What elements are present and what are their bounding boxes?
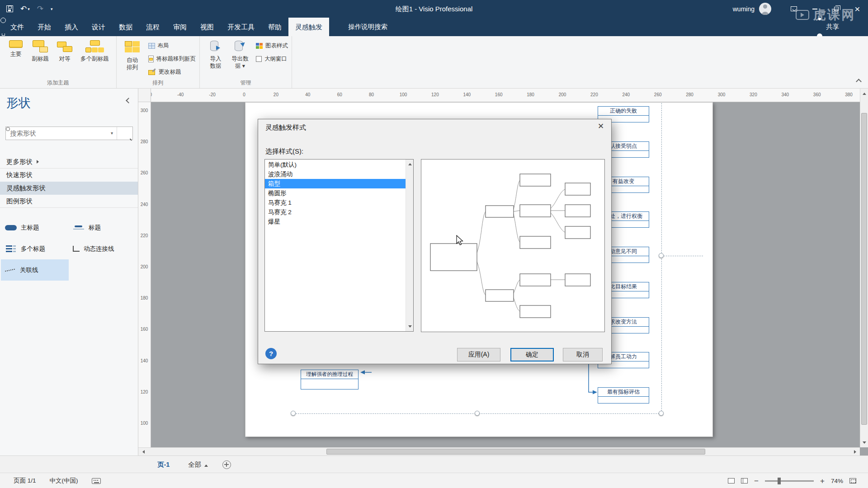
style-option-马赛克 1[interactable]: 马赛克 1 [265,198,406,207]
ribbon-tab-审阅[interactable]: 审阅 [166,18,193,36]
ribbon-tab-文件[interactable]: 文件 [4,18,31,36]
dialog-close-button[interactable]: ✕ [590,119,611,133]
ribbon-display-options-button[interactable] [783,0,804,18]
ribbon-tab-帮助[interactable]: 帮助 [261,18,288,36]
selection-handle[interactable] [475,411,480,416]
page-tab[interactable]: 页-1 [157,456,170,473]
scroll-left-icon[interactable] [138,448,146,455]
ribbon-button[interactable]: 多个副标题 [77,36,113,78]
ribbon-button[interactable]: 主要 [4,36,28,78]
ruler-label: 200 [138,264,150,269]
ok-button[interactable]: 确定 [510,348,554,361]
fit-window-icon[interactable] [849,478,856,483]
sidebar-item-更多形状[interactable]: 更多形状 [0,155,138,169]
scroll-down-icon[interactable] [860,439,868,447]
ruler-label: -60 [151,92,152,97]
chevron-down-icon[interactable]: ▾ [107,127,117,140]
ribbon-tab-灵感触发[interactable]: 灵感触发 [288,18,329,36]
share-button[interactable]: 共享 [816,18,839,36]
ribbon-button[interactable]: 布局 [148,41,196,51]
search-button[interactable] [117,131,132,136]
fit-page-view-icon[interactable] [728,478,735,483]
ribbon-button[interactable]: 导入 数据 [203,36,228,78]
listbox-scrollbar[interactable] [406,160,413,331]
selection-handle[interactable] [291,411,296,416]
zoom-in-icon[interactable]: + [820,477,825,485]
stencil-shape-label: 多个标题 [21,245,45,253]
zoom-slider[interactable] [765,480,814,482]
stencil-shape-关联线[interactable]: 关联线 [1,259,69,281]
ribbon-button[interactable]: 图表样式 [256,41,288,51]
topic-box[interactable]: 最有指标评估 [598,387,649,404]
ribbon-button[interactable]: 自动 排列 [120,36,145,78]
ruler-label: 140 [138,358,150,363]
vertical-scrollbar[interactable] [860,89,868,447]
ribbon-button[interactable]: 大纲窗口 [256,54,288,64]
checkbox-icon[interactable] [256,56,262,62]
apply-button[interactable]: 应用(A) [457,348,500,361]
topic-box[interactable]: 理解强者的推理过程 [301,370,359,389]
ribbon-tab-视图[interactable]: 视图 [193,18,221,36]
ruler-label: 140 [463,92,471,97]
style-listbox[interactable]: 简单(默认)波浪涌动箱型椭圆形马赛克 1马赛克 2爆星 [264,159,414,332]
horizontal-scrollbar-thumb[interactable] [326,449,705,455]
user-name[interactable]: wuming [733,5,755,13]
selection-handle[interactable] [659,411,664,416]
sidebar-item-快速形状[interactable]: 快速形状 [0,169,138,182]
sidebar-item-图例形状[interactable]: 图例形状 [0,195,138,208]
page-indicator[interactable]: 页面 1/1 [14,477,36,485]
style-option-马赛克 2[interactable]: 马赛克 2 [265,207,406,217]
ribbon-tab-插入[interactable]: 插入 [58,18,85,36]
zoom-percent[interactable]: 74% [831,478,843,484]
restore-button[interactable] [826,0,847,18]
ribbon-button-label: 导入 数据 [210,56,222,70]
dynamic-connector-icon [73,246,80,252]
stencil-shape-标题[interactable]: 标题 [69,217,137,238]
stencil-shape-动态连接线[interactable]: 动态连接线 [69,238,137,259]
cancel-button[interactable]: 取消 [563,348,603,361]
style-option-爆星[interactable]: 爆星 [265,217,406,226]
minimize-button[interactable] [804,0,826,18]
collapse-ribbon-icon[interactable] [856,79,862,84]
ribbon-button[interactable]: 将标题移到新页 [148,54,196,64]
tell-me-search[interactable]: 操作说明搜索 [339,18,387,36]
chevron-left-icon[interactable] [126,98,132,103]
language-indicator[interactable]: 中文(中国) [50,477,78,485]
scroll-down-icon[interactable] [406,324,414,331]
ruler-label: 340 [781,92,789,97]
horizontal-scrollbar[interactable] [138,447,860,455]
style-option-简单(默认)[interactable]: 简单(默认) [265,160,406,169]
vertical-scrollbar-thumb[interactable] [861,113,867,425]
search-input[interactable] [6,130,107,137]
ribbon-tab-设计[interactable]: 设计 [85,18,112,36]
add-page-icon[interactable] [222,460,231,469]
style-option-波浪涌动[interactable]: 波浪涌动 [265,169,406,179]
ribbon-tab-数据[interactable]: 数据 [112,18,139,36]
ribbon-tab-开发工具[interactable]: 开发工具 [221,18,261,36]
ribbon-button[interactable]: 导出数 据 ▾ [228,36,252,78]
style-option-箱型[interactable]: 箱型 [265,179,406,188]
stencil-shape-多个标题[interactable]: 多个标题 [1,238,69,259]
ribbon-button[interactable]: 副标题 [28,36,52,78]
help-button[interactable]: ? [265,348,277,359]
ribbon-button[interactable]: 更改标题 [148,67,196,77]
selection-handle[interactable] [659,253,664,258]
scroll-up-icon[interactable] [406,160,414,167]
scroll-right-icon[interactable] [852,448,860,455]
all-pages-button[interactable]: 全部 [188,456,208,473]
sidebar-item-灵感触发形状[interactable]: 灵感触发形状 [0,182,138,195]
stencil-shape-主标题[interactable]: 主标题 [1,217,69,238]
style-option-椭圆形[interactable]: 椭圆形 [265,188,406,198]
ribbon-tab-开始[interactable]: 开始 [31,18,58,36]
keyboard-icon[interactable] [92,478,101,484]
scroll-up-icon[interactable] [860,89,868,97]
avatar[interactable] [759,3,771,15]
move-topic-icon [148,56,154,62]
close-button[interactable]: × [847,0,868,18]
sidebar-item-label: 更多形状 [6,155,33,169]
ribbon-button[interactable]: 对等 [52,36,77,78]
zoom-slider-thumb[interactable] [778,478,781,484]
whole-page-view-icon[interactable] [741,478,748,483]
zoom-out-icon[interactable]: − [754,477,759,485]
ribbon-tab-流程[interactable]: 流程 [139,18,166,36]
